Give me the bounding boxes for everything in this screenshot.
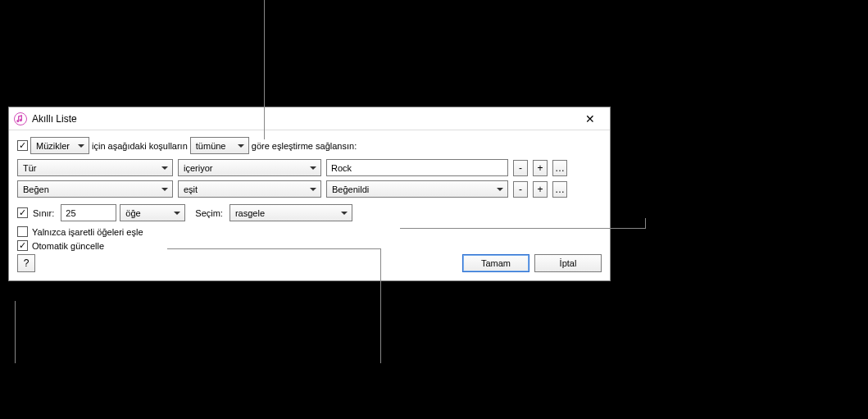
rule-op-value: içeriyor	[184, 163, 212, 173]
window-title: Akıllı Liste	[32, 113, 574, 125]
annotation-line	[400, 228, 646, 229]
match-text-prefix: için aşağıdaki koşulların	[92, 141, 188, 151]
rule-op-value: eşit	[184, 184, 198, 194]
select-by-label: Seçim:	[195, 208, 223, 218]
limit-unit-select[interactable]: öğe	[120, 204, 185, 221]
itunes-icon	[14, 112, 27, 125]
limit-checkbox[interactable]	[17, 207, 28, 218]
rule-more-button[interactable]: …	[552, 181, 567, 198]
cancel-button[interactable]: İptal	[534, 254, 602, 272]
bottom-button-row: ? Tamam İptal	[17, 254, 602, 272]
add-rule-button[interactable]: +	[533, 160, 548, 176]
rule-field-value: Beğen	[23, 184, 49, 194]
rule-value-select-value: Beğenildi	[332, 184, 369, 194]
add-rule-button[interactable]: +	[533, 181, 548, 198]
match-checked-only-label: Yalnızca işaretli öğeleri eşle	[32, 227, 143, 237]
titlebar: Akıllı Liste ✕	[9, 107, 610, 130]
close-icon: ✕	[585, 112, 595, 125]
svg-point-0	[15, 112, 27, 125]
ok-button[interactable]: Tamam	[462, 254, 529, 272]
select-by-select[interactable]: rasgele	[229, 204, 352, 221]
close-button[interactable]: ✕	[574, 109, 607, 129]
limit-row: Sınır: öğe Seçim: rasgele	[17, 204, 602, 221]
live-update-row: Otomatik güncelle	[17, 240, 602, 251]
match-row: Müzikler için aşağıdaki koşulların tümün…	[17, 137, 602, 154]
live-update-checkbox[interactable]	[17, 240, 28, 251]
select-by-value: rasgele	[235, 208, 265, 218]
match-mode-value: tümüne	[196, 141, 226, 151]
rule-value-select[interactable]: Beğenildi	[326, 180, 508, 198]
annotation-line	[264, 0, 265, 139]
annotation-line	[167, 248, 380, 249]
media-select[interactable]: Müzikler	[30, 137, 89, 154]
rule-value-input[interactable]	[326, 159, 508, 176]
remove-rule-button[interactable]: -	[513, 181, 528, 198]
rule-row: Beğen eşit Beğenildi - + …	[17, 180, 602, 198]
match-mode-select[interactable]: tümüne	[190, 137, 249, 154]
annotation-line	[380, 248, 381, 363]
rule-op-select[interactable]: içeriyor	[178, 159, 321, 176]
annotation-line	[15, 301, 16, 363]
rule-field-value: Tür	[23, 163, 37, 173]
match-text-suffix: göre eşleştirme sağlansın:	[252, 141, 357, 151]
live-update-label: Otomatik güncelle	[32, 241, 104, 251]
limit-value-input[interactable]	[61, 204, 116, 221]
remove-rule-button[interactable]: -	[513, 160, 528, 176]
rule-op-select[interactable]: eşit	[178, 180, 321, 198]
annotation-line	[645, 218, 646, 229]
limit-label: Sınır:	[33, 208, 54, 218]
rule-field-select[interactable]: Beğen	[17, 180, 173, 198]
help-button[interactable]: ?	[17, 254, 35, 272]
rule-row: Tür içeriyor - + …	[17, 159, 602, 176]
limit-unit-value: öğe	[125, 208, 140, 218]
match-enable-checkbox[interactable]	[17, 140, 28, 151]
media-select-value: Müzikler	[36, 141, 70, 151]
smart-playlist-dialog: Akıllı Liste ✕ Müzikler için aşağıdaki k…	[8, 107, 611, 281]
match-checked-only-checkbox[interactable]	[17, 226, 28, 237]
dialog-content: Müzikler için aşağıdaki koşulların tümün…	[9, 130, 610, 280]
rule-more-button[interactable]: …	[552, 160, 567, 176]
rule-field-select[interactable]: Tür	[17, 159, 173, 176]
